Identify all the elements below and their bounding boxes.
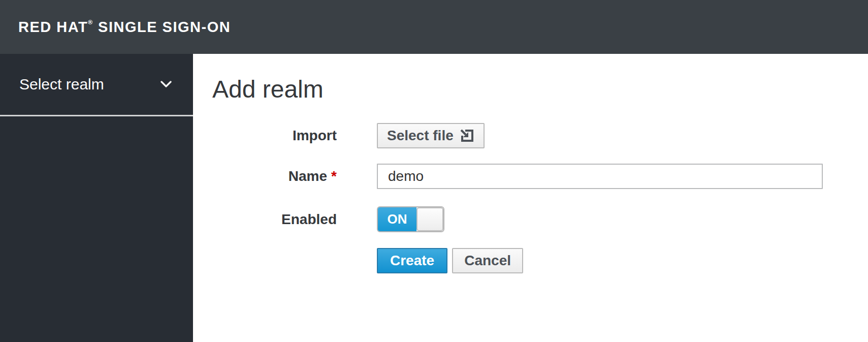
import-file-icon: [459, 128, 474, 143]
import-label: Import: [212, 123, 337, 148]
realm-name-input[interactable]: [377, 164, 823, 189]
select-file-button[interactable]: Select file: [377, 123, 485, 148]
app-header: RED HAT®SINGLE SIGN-ON: [0, 0, 868, 54]
form-row-actions: Create Cancel: [212, 248, 868, 273]
form-row-name: Name*: [212, 164, 868, 189]
select-file-button-label: Select file: [387, 128, 454, 144]
add-realm-form: Import Select file Name* Enabl: [212, 123, 868, 273]
main-content: Add realm Import Select file Name*: [193, 54, 868, 342]
form-row-enabled: Enabled ON: [212, 206, 868, 232]
chevron-down-icon: [160, 81, 172, 88]
enabled-toggle-on-segment: ON: [378, 207, 416, 231]
enabled-toggle-handle[interactable]: [416, 207, 443, 231]
name-label-text: Name: [288, 168, 327, 184]
form-row-import: Import Select file: [212, 123, 868, 148]
brand-secondary-text: SINGLE SIGN-ON: [98, 19, 231, 36]
required-asterisk: *: [331, 168, 337, 184]
page-title: Add realm: [212, 75, 868, 104]
sidebar: Select realm: [0, 54, 193, 342]
name-label: Name*: [212, 164, 337, 189]
realm-selector-dropdown[interactable]: Select realm: [0, 54, 193, 116]
realm-selector-label: Select realm: [19, 54, 104, 115]
create-button[interactable]: Create: [377, 248, 447, 273]
registered-trademark-icon: ®: [88, 19, 93, 26]
brand-primary-text: RED HAT: [18, 19, 88, 36]
brand-logo: RED HAT®SINGLE SIGN-ON: [18, 0, 231, 54]
enabled-label: Enabled: [212, 207, 337, 232]
cancel-button[interactable]: Cancel: [452, 248, 523, 273]
enabled-toggle[interactable]: ON: [377, 206, 444, 232]
